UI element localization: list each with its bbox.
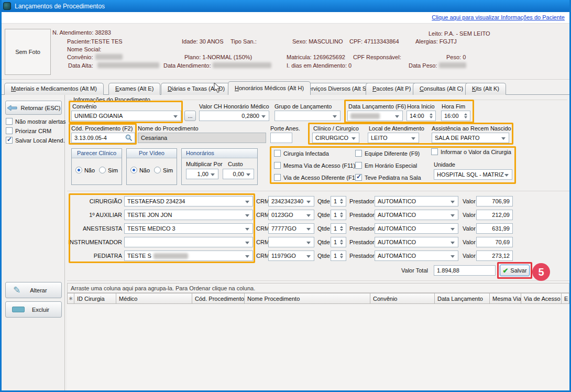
col-cod-procedimento[interactable]: Cód. Procedimento: [192, 293, 245, 304]
checkbox-mesma-via-acesso[interactable]: Mesma Via de Acesso (F11): [274, 162, 355, 169]
valor-label: Valor: [463, 253, 476, 259]
excluir-button[interactable]: Excluir: [5, 301, 62, 318]
auxiliar-prestador-combo[interactable]: AUTOMÁTICO: [375, 210, 458, 220]
divider: [67, 191, 569, 191]
checkbox-informar-valor-cirurgia[interactable]: Informar o Valor da Cirurgia: [431, 148, 511, 155]
matricula: Matricula: 1269625692: [287, 54, 345, 60]
auxiliar-valor-field[interactable]: 212,09: [476, 210, 513, 220]
custo-field[interactable]: 0,00: [223, 169, 254, 179]
pediatra-valor-field[interactable]: 273,12: [476, 251, 513, 261]
tab-kits[interactable]: Kits (Alt K): [465, 83, 506, 95]
crm-label: CRM: [256, 212, 269, 218]
col-medico[interactable]: Médico: [116, 293, 192, 304]
unidade-combo[interactable]: HOSPITAL SQL - MATRIZ: [434, 169, 512, 180]
auxiliar-combo[interactable]: TESTE JON JON: [124, 210, 253, 220]
honorarios-panel: Honorários Multiplicar Por Custo 1,00 0,…: [181, 148, 258, 185]
grupo-lancamento-combo[interactable]: [274, 111, 341, 121]
col-mesma-via[interactable]: Mesma Via de Acesso: [490, 293, 521, 304]
col-convenio[interactable]: Convênio: [370, 293, 435, 304]
checkbox-nao-mostrar-alertas[interactable]: Não mostrar alertas: [6, 118, 66, 125]
cirurgiao-prestador-combo[interactable]: AUTOMÁTICO: [375, 196, 458, 206]
valor-ch-field[interactable]: 0,2800: [199, 111, 269, 121]
cirurgiao-valor-field[interactable]: 706,99: [476, 196, 513, 206]
pediatra-qtde-spinner[interactable]: 1: [331, 251, 346, 261]
checkbox-em-horario-especial[interactable]: Em Horário Especial: [355, 162, 417, 169]
parecer-nao-radio[interactable]: Não: [75, 167, 95, 173]
pediatra-crm-combo[interactable]: 11979GO: [268, 251, 314, 261]
cirurgiao-qtde-spinner[interactable]: 1: [331, 196, 346, 206]
nome-procedimento-field: Cesariana: [138, 133, 266, 143]
checkbox-icon: [274, 150, 281, 157]
instrumentador-valor-field[interactable]: 70,69: [476, 237, 513, 247]
anestesista-valor-field[interactable]: 631,99: [476, 223, 513, 234]
anestesista-qtde-spinner[interactable]: 1: [331, 223, 346, 234]
convenio-combo[interactable]: UNIMED GOIANIA: [71, 111, 181, 121]
check-icon: ✔: [502, 267, 508, 275]
cirurgiao-combo[interactable]: TESTAEFASD 234234: [124, 196, 253, 206]
data-lancamento-combo[interactable]: [347, 111, 403, 121]
window-title: Lançamentos de Procedimentos: [15, 3, 105, 10]
nome-social: Nome Social:: [67, 46, 101, 52]
nome-procedimento-label: Nome do Procedimento: [138, 125, 199, 132]
checkbox-icon: [355, 162, 362, 169]
anestesista-combo[interactable]: TESTE MEDICO 3: [124, 223, 253, 234]
data-lancamento-label: Data Lançamento (F6): [348, 103, 406, 110]
more-button[interactable]: ...: [184, 111, 196, 121]
window: Lançamentos de Procedimentos Clique aqui…: [0, 0, 571, 392]
instrumentador-combo[interactable]: [124, 237, 253, 247]
checkbox-salvar-local-atend[interactable]: Salvar Local Atend.: [6, 137, 65, 144]
tab-diarias[interactable]: Diárias e Taxas (Alt D): [161, 83, 232, 95]
anestesista-prestador-combo[interactable]: AUTOMÁTICO: [375, 223, 458, 234]
patient-info-link[interactable]: Clique aqui para visualizar Informações …: [432, 14, 565, 20]
search-icon[interactable]: [125, 134, 133, 141]
paciente: Paciente:TESTE TES: [67, 38, 123, 45]
col-data-lancamento[interactable]: Data Lançamento: [435, 293, 490, 304]
tab-honorarios-medicos[interactable]: Honorários Médicos (Alt H): [228, 81, 311, 95]
salvar-button[interactable]: ✔ Salvar: [500, 265, 530, 276]
pediatra-prestador-combo[interactable]: AUTOMÁTICO: [375, 251, 458, 261]
local-atendimento-combo[interactable]: LEITO: [368, 133, 419, 143]
hora-inicio-spinner[interactable]: 14:00: [407, 111, 436, 121]
hora-fim-spinner[interactable]: 16:00: [441, 111, 470, 121]
video-sim-radio[interactable]: Sim: [154, 167, 173, 173]
checkbox-teve-pediatra[interactable]: Teve Pediatra na Sala: [355, 174, 421, 181]
alergias: Alergias: FGJTJ: [415, 38, 457, 45]
col-truncated[interactable]: E: [562, 293, 569, 304]
tab-exames[interactable]: Exames (Alt E): [108, 83, 160, 95]
checkbox-via-acesso-diferente[interactable]: Via de Acesso Diferente (F12): [274, 174, 360, 181]
tab-materiais[interactable]: Materiais e Medicamentos (Alt M): [4, 83, 104, 95]
checkbox-icon: [355, 174, 362, 181]
redacted-data-alta: [97, 62, 159, 68]
clinico-cirurgico-combo[interactable]: CIRURGICO: [312, 133, 359, 143]
data-atendimento: Data Atendimento:: [163, 62, 211, 69]
auxiliar-qtde-spinner[interactable]: 1: [331, 210, 346, 220]
grupo-lancamento-label: Grupo de Lançamento: [274, 103, 332, 110]
checkbox-equipe-diferente[interactable]: Equipe Diferente (F9): [355, 150, 420, 157]
anestesista-crm-combo[interactable]: 77777GO: [268, 223, 314, 234]
porte-anes-label: Porte Anes.: [270, 125, 300, 132]
qtde-label: Qtde: [317, 253, 330, 259]
instrumentador-prestador-combo[interactable]: AUTOMÁTICO: [375, 237, 458, 247]
radio-icon: [154, 167, 161, 173]
assistencia-combo[interactable]: SALA DE PARTO: [432, 133, 509, 143]
video-nao-radio[interactable]: Não: [130, 167, 150, 173]
grid-body-empty[interactable]: [67, 304, 569, 390]
checkbox-priorizar-crm[interactable]: Priorizar CRM: [6, 127, 51, 134]
parecer-sim-radio[interactable]: Sim: [99, 167, 118, 173]
porte-anes-field[interactable]: [270, 133, 292, 143]
col-via-de-acesso[interactable]: Via de Acesso: [521, 293, 562, 304]
tab-pacotes[interactable]: Pacotes (Alt P): [366, 83, 418, 95]
cirurgiao-crm-combo[interactable]: 2342342340: [268, 196, 314, 206]
multiplicar-field[interactable]: 1,00: [186, 169, 218, 179]
crm-label: CRM: [256, 253, 269, 259]
alterar-button[interactable]: ✎ Alterar: [5, 282, 62, 298]
instrumentador-qtde-spinner[interactable]: 1: [331, 237, 346, 247]
pediatra-combo[interactable]: TESTE S: [124, 251, 253, 261]
col-id-cirurgia[interactable]: ID Cirurgia: [74, 293, 116, 304]
auxiliar-crm-combo[interactable]: 0123GO: [268, 210, 314, 220]
col-nome-procedimento[interactable]: Nome Procedimento: [245, 293, 370, 304]
checkbox-cirurgia-infectada[interactable]: Cirurgia Infectada: [274, 150, 329, 157]
retornar-button[interactable]: Retornar (ESC): [5, 101, 62, 115]
tab-consultas[interactable]: Consultas (Alt C): [413, 83, 470, 95]
instrumentador-crm-combo[interactable]: [268, 237, 314, 247]
